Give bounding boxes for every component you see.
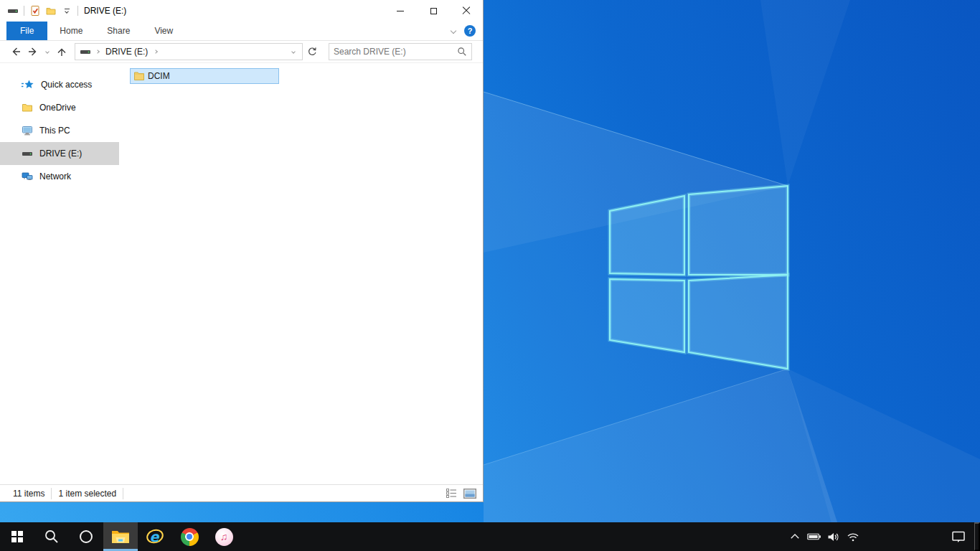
refresh-button[interactable] — [304, 43, 320, 60]
address-path-segment[interactable]: DRIVE (E:) — [104, 47, 149, 57]
selection-count: 1 item selected — [58, 489, 116, 499]
ribbon-tabs: File Home Share View ? — [0, 22, 483, 41]
file-explorer-window: DRIVE (E:) File Home Share View ? — [0, 0, 484, 502]
up-button[interactable] — [53, 43, 70, 60]
navigation-pane: Quick access OneDrive This PC — [0, 63, 119, 484]
chrome-icon — [181, 528, 199, 546]
window-body: Quick access OneDrive This PC — [0, 63, 483, 484]
quick-access-star-icon — [22, 79, 34, 90]
customize-qat-caret-icon — [65, 9, 70, 13]
back-button[interactable] — [7, 43, 24, 60]
wifi-icon — [847, 532, 859, 542]
taskbar: e ♫ — [0, 522, 980, 551]
large-icons-view-button[interactable] — [463, 487, 477, 500]
cortana-button[interactable] — [69, 522, 103, 551]
minimize-icon — [397, 11, 404, 11]
search-icon[interactable] — [457, 47, 467, 57]
chrome-button[interactable] — [172, 522, 207, 551]
sidebar-item-quick-access[interactable]: Quick access — [0, 73, 119, 96]
help-button[interactable]: ? — [464, 25, 476, 37]
taskbar-file-explorer-button[interactable] — [103, 522, 138, 551]
network-icon — [22, 171, 33, 182]
chevron-right-icon — [95, 50, 100, 54]
file-list[interactable]: DCIM — [119, 63, 483, 484]
hidden-icons-chevron[interactable] — [786, 522, 804, 551]
expand-ribbon-button[interactable] — [451, 29, 456, 33]
qat-properties-button[interactable] — [27, 2, 43, 19]
items-count: 11 items — [13, 489, 44, 499]
desktop: DRIVE (E:) File Home Share View ? — [0, 0, 980, 551]
forward-button[interactable] — [24, 43, 42, 60]
show-desktop-button[interactable] — [974, 522, 980, 551]
close-icon — [462, 6, 471, 15]
action-center-icon — [951, 530, 966, 543]
start-button[interactable] — [0, 522, 34, 551]
tab-file[interactable]: File — [6, 22, 47, 40]
svg-text:e: e — [150, 529, 160, 545]
close-button[interactable] — [450, 0, 483, 22]
sidebar-item-label: Quick access — [41, 80, 92, 90]
thumbnail-view-icon — [463, 489, 476, 499]
battery-icon — [807, 532, 821, 542]
refresh-icon — [307, 47, 317, 57]
arrow-right-icon — [27, 46, 39, 57]
this-pc-icon — [22, 125, 33, 136]
navigation-bar: DRIVE (E:) — [0, 41, 483, 63]
windows-logo-icon — [11, 531, 23, 542]
sidebar-item-drive-e[interactable]: DRIVE (E:) — [0, 142, 119, 165]
system-tray — [786, 522, 980, 551]
chevron-down-icon — [291, 50, 296, 54]
tab-home[interactable]: Home — [47, 22, 95, 40]
cortana-icon — [78, 529, 94, 545]
folder-item-dcim[interactable]: DCIM — [130, 68, 279, 84]
arrow-up-icon — [56, 46, 67, 57]
qat-customize-dropdown[interactable] — [59, 2, 75, 19]
qat-new-folder-button[interactable] — [43, 2, 59, 19]
drive-icon — [5, 2, 21, 19]
sidebar-item-label: OneDrive — [39, 103, 76, 113]
separator — [123, 488, 123, 499]
details-view-icon — [446, 489, 457, 498]
status-bar: 11 items 1 item selected — [0, 484, 483, 501]
chevron-down-icon — [451, 28, 456, 34]
maximize-icon — [430, 8, 437, 14]
sidebar-item-label: Network — [39, 171, 71, 182]
maximize-button[interactable] — [417, 0, 450, 22]
window-title: DRIVE (E:) — [84, 6, 126, 16]
taskbar-search-button[interactable] — [34, 522, 69, 551]
chevron-right-icon — [154, 50, 159, 54]
details-view-button[interactable] — [444, 487, 458, 500]
wifi-status[interactable] — [844, 522, 862, 551]
chevron-down-icon — [45, 50, 50, 54]
sidebar-item-label: This PC — [39, 126, 70, 136]
itunes-button[interactable]: ♫ — [207, 522, 241, 551]
folder-name: DCIM — [148, 71, 170, 81]
search-box — [329, 43, 472, 60]
caption-buttons — [384, 0, 483, 22]
minimize-button[interactable] — [384, 0, 417, 22]
chevron-up-icon — [790, 532, 800, 542]
internet-explorer-icon: e — [146, 527, 164, 546]
recent-locations-dropdown[interactable] — [42, 43, 53, 60]
folder-icon — [133, 70, 145, 82]
arrow-left-icon — [10, 46, 22, 57]
title-bar: DRIVE (E:) — [0, 0, 483, 22]
battery-status[interactable] — [806, 522, 823, 551]
action-center-button[interactable] — [943, 522, 974, 551]
address-history-dropdown[interactable] — [288, 43, 299, 60]
file-explorer-icon — [111, 529, 130, 545]
sidebar-item-onedrive[interactable]: OneDrive — [0, 96, 119, 119]
separator — [51, 488, 52, 499]
internet-explorer-button[interactable]: e — [138, 522, 172, 551]
separator — [24, 6, 24, 16]
sidebar-item-network[interactable]: Network — [0, 165, 119, 188]
sidebar-item-this-pc[interactable]: This PC — [0, 119, 119, 142]
itunes-icon: ♫ — [215, 528, 233, 546]
tab-view[interactable]: View — [142, 22, 185, 40]
address-bar[interactable]: DRIVE (E:) — [75, 43, 303, 60]
tab-share[interactable]: Share — [95, 22, 142, 40]
volume-icon — [827, 532, 840, 542]
search-icon — [44, 529, 60, 545]
search-input[interactable] — [334, 47, 457, 57]
volume-status[interactable] — [825, 522, 842, 551]
